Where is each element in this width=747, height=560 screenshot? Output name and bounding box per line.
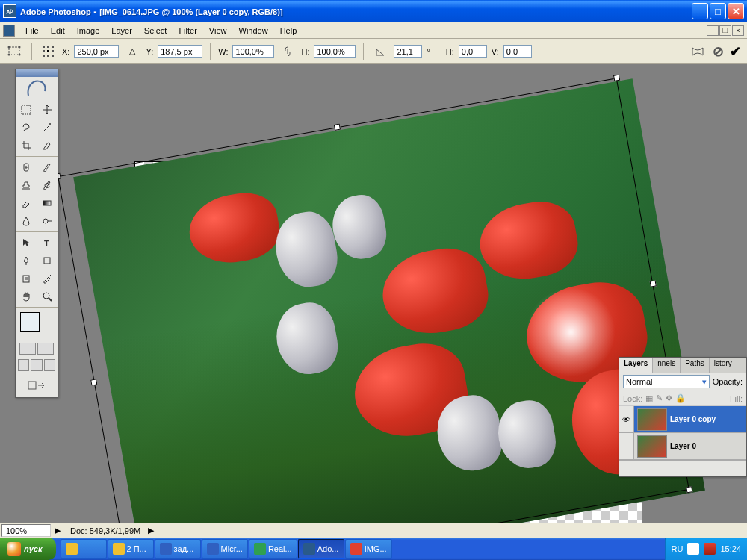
cancel-transform-icon[interactable]: ⊘: [713, 43, 724, 60]
transform-tool-icon[interactable]: [6, 43, 24, 60]
status-arrow-icon[interactable]: ▶: [52, 526, 63, 535]
pen-tool-icon[interactable]: [16, 252, 37, 270]
visibility-eye-icon[interactable]: [619, 433, 634, 459]
x-input[interactable]: [74, 45, 119, 58]
status-menu-arrow-icon[interactable]: ▶: [148, 526, 154, 535]
mdi-close-button[interactable]: ×: [732, 25, 744, 36]
type-tool-icon[interactable]: T: [37, 234, 58, 252]
menu-window[interactable]: Window: [233, 25, 274, 37]
photoshop-logo-icon[interactable]: [16, 77, 58, 101]
zoom-level-input[interactable]: 100%: [1, 524, 51, 537]
layer-thumbnail[interactable]: [637, 435, 667, 458]
taskbar-item[interactable]: Micr...: [202, 539, 248, 559]
vskew-input[interactable]: [503, 45, 532, 58]
toolbox-gripper[interactable]: [16, 69, 58, 77]
color-swatches[interactable]: [16, 309, 58, 340]
maximize-button[interactable]: □: [710, 3, 726, 19]
dodge-tool-icon[interactable]: [37, 212, 58, 230]
blend-mode-select[interactable]: Normal▾: [623, 375, 710, 388]
layer-name-label[interactable]: Layer 0: [670, 442, 696, 450]
hand-tool-icon[interactable]: [16, 287, 37, 305]
lock-all-icon[interactable]: 🔒: [675, 393, 686, 403]
foreground-color-swatch[interactable]: [20, 312, 40, 332]
menu-help[interactable]: Help: [274, 25, 303, 37]
warp-icon[interactable]: [689, 43, 707, 60]
tab-layers[interactable]: Layers: [619, 358, 653, 373]
history-brush-tool-icon[interactable]: [37, 176, 58, 194]
tray-icon[interactable]: [704, 543, 716, 555]
wand-tool-icon[interactable]: [37, 119, 58, 137]
lock-transparency-icon[interactable]: ▦: [645, 393, 653, 403]
hskew-input[interactable]: [459, 45, 487, 58]
svg-rect-14: [22, 105, 31, 114]
visibility-eye-icon[interactable]: 👁: [619, 406, 634, 432]
lock-position-icon[interactable]: ✥: [666, 393, 672, 403]
transform-handle-ml[interactable]: [90, 379, 97, 385]
notes-tool-icon[interactable]: [16, 270, 37, 287]
tab-paths[interactable]: Paths: [681, 358, 710, 373]
menu-image[interactable]: Image: [71, 25, 106, 37]
layer-thumbnail[interactable]: [637, 408, 667, 431]
lasso-tool-icon[interactable]: [16, 119, 37, 137]
reference-point-icon[interactable]: [40, 43, 58, 60]
start-button[interactable]: пуск: [0, 538, 56, 560]
taskbar-item[interactable]: Ado...: [298, 539, 344, 559]
mdi-minimize-button[interactable]: _: [707, 25, 719, 36]
close-button[interactable]: ✕: [728, 3, 744, 19]
eyedropper-tool-icon[interactable]: [37, 270, 58, 287]
menu-file[interactable]: File: [19, 25, 45, 37]
marquee-tool-icon[interactable]: [16, 101, 37, 119]
menu-layer[interactable]: Layer: [105, 25, 138, 37]
healing-tool-icon[interactable]: [16, 158, 37, 176]
taskbar-item[interactable]: зад...: [155, 539, 201, 559]
layer-item[interactable]: 👁 Layer 0 copy: [619, 406, 746, 433]
imageready-button[interactable]: [22, 376, 52, 394]
commit-transform-icon[interactable]: ✔: [730, 43, 741, 60]
eraser-tool-icon[interactable]: [16, 194, 37, 212]
quickmask-mode-button[interactable]: [37, 343, 54, 355]
toolbox-panel: T: [15, 69, 58, 398]
path-select-tool-icon[interactable]: [16, 234, 37, 252]
w-input[interactable]: [232, 45, 274, 58]
move-tool-icon[interactable]: [37, 101, 58, 119]
window-title: Adobe Photoshop - [IMG_0614.JPG @ 100% (…: [20, 6, 692, 17]
layer-item[interactable]: Layer 0: [619, 433, 746, 460]
document-window[interactable]: [134, 161, 642, 542]
minimize-button[interactable]: _: [692, 3, 708, 19]
angle-input[interactable]: [394, 45, 422, 58]
crop-tool-icon[interactable]: [16, 137, 37, 155]
y-input[interactable]: [158, 45, 202, 58]
layer-name-label[interactable]: Layer 0 copy: [670, 415, 716, 423]
shape-tool-icon[interactable]: [37, 252, 58, 270]
tray-icon[interactable]: [687, 543, 699, 555]
screen-mode-2-button[interactable]: [31, 359, 42, 371]
h-input[interactable]: [314, 45, 356, 58]
taskbar-item[interactable]: Real...: [249, 539, 297, 559]
taskbar-item[interactable]: [61, 539, 107, 559]
screen-mode-3-button[interactable]: [44, 359, 55, 371]
clock[interactable]: 15:24: [720, 544, 741, 553]
link-icon[interactable]: [279, 43, 297, 60]
tab-history[interactable]: istory: [710, 358, 737, 373]
menu-select[interactable]: Select: [138, 25, 173, 37]
taskbar-item[interactable]: 2 П...: [108, 539, 154, 559]
screen-mode-1-button[interactable]: [18, 359, 29, 371]
gradient-tool-icon[interactable]: [37, 194, 58, 212]
menu-filter[interactable]: Filter: [173, 25, 202, 37]
svg-point-18: [43, 219, 48, 223]
slice-tool-icon[interactable]: [37, 137, 58, 155]
language-indicator[interactable]: RU: [672, 544, 684, 553]
lock-paint-icon[interactable]: ✎: [656, 393, 663, 403]
mdi-restore-button[interactable]: ❐: [719, 25, 731, 36]
stamp-tool-icon[interactable]: [16, 176, 37, 194]
tab-channels[interactable]: nnels: [653, 358, 681, 373]
brush-tool-icon[interactable]: [37, 158, 58, 176]
menu-view[interactable]: View: [203, 25, 233, 37]
menu-edit[interactable]: Edit: [45, 25, 71, 37]
standard-mode-button[interactable]: [19, 343, 36, 355]
zoom-tool-icon[interactable]: [37, 287, 58, 305]
blur-tool-icon[interactable]: [16, 212, 37, 230]
image-layer[interactable]: [73, 78, 705, 560]
delta-icon[interactable]: △: [123, 43, 141, 60]
taskbar-item[interactable]: IMG...: [345, 539, 392, 559]
